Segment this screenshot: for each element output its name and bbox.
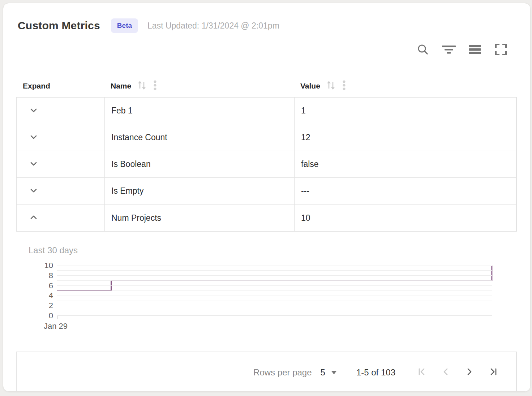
fullscreen-button[interactable] [494, 43, 508, 57]
y-tick-label: 6 [49, 281, 53, 290]
gridline [57, 280, 492, 281]
metric-name-cell: Instance Count [104, 124, 294, 151]
table-row: Instance Count 12 [17, 124, 516, 151]
column-menu-icon[interactable] [342, 79, 346, 93]
metric-value-cell: false [294, 151, 516, 177]
filter-button[interactable] [442, 43, 456, 57]
column-header-expand: Expand [16, 82, 104, 90]
x-axis-label: Jan 29 [44, 322, 68, 331]
gridline [57, 315, 492, 316]
pagination-range: 1-5 of 103 [356, 367, 395, 378]
column-header-value-label: Value [300, 82, 320, 90]
search-button[interactable] [416, 43, 430, 57]
rows-per-page-value: 5 [321, 367, 325, 378]
previous-page-button[interactable] [434, 365, 458, 380]
rows-per-page-label: Rows per page [253, 367, 312, 378]
gridline [57, 270, 492, 271]
y-tick-label: 10 [44, 261, 53, 270]
density-icon [469, 43, 481, 57]
table-row-expanded: Num Projects 10 [17, 205, 516, 231]
expand-row-button[interactable] [27, 158, 40, 171]
gridline [57, 266, 492, 266]
column-header-name-label: Name [111, 82, 131, 90]
dropdown-caret-icon [331, 370, 337, 375]
collapse-row-button[interactable] [27, 212, 40, 224]
gridline [57, 296, 492, 296]
metric-value-cell: 12 [294, 124, 516, 151]
expand-row-button[interactable] [27, 185, 40, 197]
y-tick-label: 8 [49, 271, 53, 280]
x-axis-tick [57, 316, 57, 319]
chevron-down-icon [29, 106, 38, 116]
y-tick-label: 2 [49, 301, 53, 310]
page-header: Custom Metrics Beta Last Updated: 1/31/2… [16, 16, 517, 35]
custom-metrics-card: Custom Metrics Beta Last Updated: 1/31/2… [3, 3, 531, 392]
gridline [57, 301, 492, 301]
rows-per-page-select[interactable]: 5 [321, 367, 337, 378]
last-page-button[interactable] [481, 365, 505, 380]
sort-icon[interactable] [325, 80, 336, 92]
grid-toolbar [16, 43, 517, 57]
page-title: Custom Metrics [18, 20, 100, 32]
beta-badge: Beta [111, 18, 138, 33]
table-footer: Rows per page 5 1-5 of 103 [16, 352, 517, 392]
expand-row-button[interactable] [27, 132, 40, 144]
column-header-value[interactable]: Value [294, 79, 517, 93]
column-header-name[interactable]: Name [104, 79, 294, 93]
y-tick-label: 0 [49, 311, 53, 320]
density-button[interactable] [468, 43, 482, 57]
table-row: Is Boolean false [17, 151, 516, 178]
expand-row-button[interactable] [27, 105, 40, 117]
metric-name-cell: Is Empty [104, 178, 294, 204]
row-detail-panel: Last 30 days Jan 29 1086420 [16, 232, 517, 352]
chart-plot: Jan 29 1086420 [57, 266, 492, 316]
table-header-row: Expand Name Value [16, 75, 517, 97]
metric-value-cell: 10 [294, 205, 516, 231]
last-updated-text: Last Updated: 1/31/2024 @ 2:01pm [147, 21, 279, 31]
metric-name-cell: Feb 1 [104, 98, 294, 124]
table-row: Feb 1 1 [17, 98, 516, 124]
chevron-right-icon [465, 367, 474, 378]
metric-value-cell: 1 [294, 98, 516, 124]
sort-icon[interactable] [136, 80, 147, 92]
next-page-button[interactable] [458, 365, 481, 380]
chevron-down-icon [29, 186, 38, 196]
first-page-icon [417, 367, 426, 378]
search-icon [417, 43, 429, 57]
metric-value-cell: --- [294, 178, 516, 204]
chevron-up-icon [29, 213, 38, 223]
table-row: Is Empty --- [17, 178, 516, 205]
metric-name-cell: Num Projects [104, 205, 294, 231]
chart-title: Last 30 days [29, 245, 517, 255]
gridline [57, 285, 492, 286]
table-body: Feb 1 1 Instance Count 12 [16, 97, 517, 232]
metric-name-cell: Is Boolean [104, 151, 294, 177]
last-page-icon [489, 367, 498, 378]
gridline [57, 306, 492, 306]
gridline [57, 311, 492, 311]
gridline [57, 275, 492, 276]
first-page-button[interactable] [410, 365, 434, 380]
fullscreen-icon [495, 43, 507, 57]
column-menu-icon[interactable] [153, 79, 157, 93]
filter-icon [442, 43, 456, 57]
chevron-down-icon [29, 159, 38, 169]
pager-controls [410, 365, 505, 380]
gridline [57, 290, 492, 291]
chevron-left-icon [441, 367, 450, 378]
column-header-expand-label: Expand [23, 82, 50, 90]
y-tick-label: 4 [49, 291, 53, 300]
chevron-down-icon [29, 132, 38, 143]
